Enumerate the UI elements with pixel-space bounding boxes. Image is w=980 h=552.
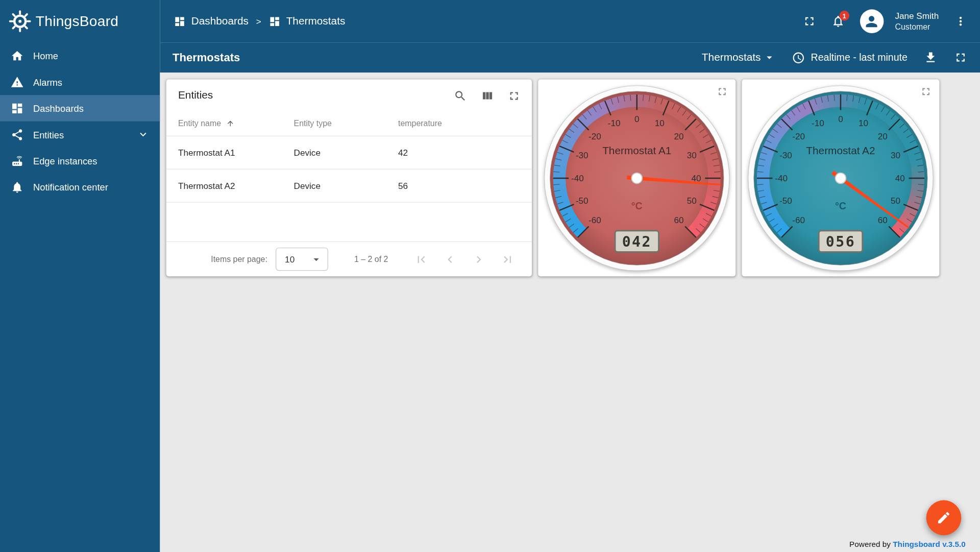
column-header-entity-name[interactable]: Entity name: [166, 112, 294, 136]
user-info: Jane Smith Customer: [895, 10, 939, 32]
cell-temperature: 56: [398, 169, 532, 202]
entities-widget-header: Entities: [166, 80, 532, 112]
fullscreen-icon: [954, 51, 968, 64]
fullscreen-icon: [507, 89, 521, 102]
export-dashboard-button[interactable]: [924, 51, 938, 64]
thingsboard-version-link[interactable]: Thingsboard v.3.5.0: [893, 540, 966, 549]
table-row[interactable]: Thermostat A1 Device 42: [166, 136, 532, 169]
entities-icon: [11, 128, 24, 141]
pencil-icon: [936, 510, 951, 525]
svg-text:-60: -60: [589, 215, 601, 225]
sidebar-item-label: Home: [33, 51, 58, 61]
breadcrumb-dashboards[interactable]: Dashboards: [174, 15, 249, 27]
entities-table: Entity name Entity type temperature Ther…: [166, 112, 532, 202]
cell-entity-name: Thermostat A2: [166, 169, 294, 202]
column-header-temperature[interactable]: temperature: [398, 112, 532, 136]
breadcrumb-label: Dashboards: [191, 15, 249, 27]
svg-text:-50: -50: [576, 196, 589, 206]
first-page-button[interactable]: [414, 252, 428, 266]
items-per-page-select[interactable]: 10: [276, 248, 328, 271]
warning-icon: [11, 76, 24, 89]
fullscreen-button[interactable]: [802, 14, 816, 28]
gauge-widget-thermostat-a1: -60-50-40-30-20-100102030405060Thermosta…: [538, 80, 736, 277]
sidebar-item-edge-instances[interactable]: Edge instances: [0, 148, 160, 174]
dashboards-icon: [268, 15, 280, 27]
svg-text:0: 0: [838, 113, 843, 124]
dashboard-fullscreen-button[interactable]: [954, 51, 968, 64]
svg-text:30: 30: [687, 150, 697, 160]
gauge-a1-fullscreen-button[interactable]: [716, 86, 728, 100]
svg-text:20: 20: [878, 131, 888, 141]
sidebar-item-notification-center[interactable]: Notification center: [0, 174, 160, 200]
sidebar: ThingsBoard Home Alarms Dashboards Entit…: [0, 0, 160, 552]
home-icon: [11, 49, 24, 62]
columns-icon: [481, 89, 494, 102]
thingsboard-logo-icon: [9, 10, 31, 33]
dashboard-title: Thermostats: [173, 51, 240, 64]
avatar[interactable]: [860, 9, 884, 33]
sidebar-item-home[interactable]: Home: [0, 42, 160, 68]
sidebar-item-label: Entities: [33, 129, 64, 140]
sidebar-nav: Home Alarms Dashboards Entities Edge ins…: [0, 42, 160, 200]
dashboard-state-select[interactable]: Thermostats: [702, 51, 776, 63]
column-label: temperature: [398, 119, 442, 128]
last-page-button[interactable]: [501, 252, 514, 266]
svg-text:056: 056: [826, 233, 855, 250]
page-range: 1 – 2 of 2: [354, 254, 388, 263]
svg-text:-60: -60: [792, 215, 805, 225]
columns-button[interactable]: [481, 89, 494, 102]
entities-title: Entities: [178, 89, 213, 102]
last-page-icon: [501, 252, 514, 266]
notification-center-icon: [11, 180, 24, 194]
user-name: Jane Smith: [895, 10, 939, 21]
column-label: Entity name: [178, 119, 221, 128]
svg-text:30: 30: [891, 150, 900, 160]
svg-text:-40: -40: [775, 173, 788, 183]
column-label: Entity type: [294, 119, 332, 128]
powered-by-footer: Powered by Thingsboard v.3.5.0: [849, 540, 966, 549]
first-page-icon: [414, 252, 428, 266]
chevron-down-icon: [137, 128, 149, 140]
user-menu-button[interactable]: [954, 14, 968, 28]
cell-entity-name: Thermostat A1: [166, 136, 294, 169]
entities-fullscreen-button[interactable]: [507, 89, 521, 102]
timewindow-button[interactable]: Realtime - last minute: [792, 51, 908, 64]
person-icon: [864, 13, 880, 30]
sidebar-item-dashboards[interactable]: Dashboards: [0, 95, 160, 121]
state-select-value: Thermostats: [702, 51, 761, 63]
main-column: Dashboards > Thermostats 1: [160, 0, 980, 552]
logo[interactable]: ThingsBoard: [0, 0, 160, 42]
fullscreen-icon: [716, 86, 728, 98]
svg-text:50: 50: [891, 196, 900, 206]
search-button[interactable]: [454, 89, 467, 102]
notifications-button[interactable]: 1: [831, 14, 845, 28]
svg-text:°C: °C: [835, 200, 846, 211]
dashboard-content: Entities: [160, 73, 980, 552]
sidebar-item-entities[interactable]: Entities: [0, 122, 160, 148]
svg-text:-30: -30: [576, 150, 589, 160]
sidebar-item-alarms[interactable]: Alarms: [0, 69, 160, 95]
fullscreen-icon: [920, 86, 932, 98]
breadcrumb: Dashboards > Thermostats: [174, 15, 345, 27]
breadcrumb-thermostats[interactable]: Thermostats: [268, 15, 345, 27]
next-page-button[interactable]: [472, 252, 485, 266]
previous-page-button[interactable]: [443, 252, 457, 266]
dropdown-caret-icon: [763, 51, 775, 63]
table-row[interactable]: Thermostat A2 Device 56: [166, 169, 532, 202]
breadcrumb-label: Thermostats: [286, 15, 346, 27]
svg-text:042: 042: [622, 233, 652, 250]
sidebar-item-label: Edge instances: [33, 155, 97, 166]
svg-text:-30: -30: [779, 150, 792, 160]
timewindow-label: Realtime - last minute: [811, 52, 908, 63]
gauge-a2-fullscreen-button[interactable]: [920, 86, 932, 100]
entities-widget-actions: [454, 89, 521, 102]
dashboards-icon: [174, 15, 185, 27]
cell-entity-type: Device: [294, 169, 398, 202]
column-header-entity-type[interactable]: Entity type: [294, 112, 398, 136]
svg-text:20: 20: [674, 131, 683, 141]
radial-gauge-a2: -60-50-40-30-20-100102030405060Thermosta…: [747, 84, 934, 272]
edit-dashboard-fab[interactable]: [926, 500, 962, 536]
paginator: Items per page: 10 1 – 2 of 2: [166, 242, 532, 277]
clock-icon: [792, 51, 805, 64]
top-header: Dashboards > Thermostats 1: [160, 0, 980, 42]
